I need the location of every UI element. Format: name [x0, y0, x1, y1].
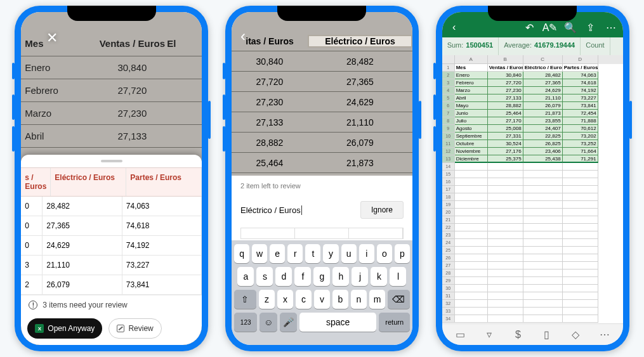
key-m[interactable]: m	[369, 290, 385, 309]
table-row[interactable]: 11Octubre30,52426,82573,252	[442, 140, 623, 148]
key-a[interactable]: a	[237, 267, 254, 286]
key-q[interactable]: q	[234, 244, 249, 263]
key-u[interactable]: u	[341, 244, 357, 263]
table-row[interactable]: 4Marzo27,23024,62974,192	[442, 87, 623, 94]
table-row[interactable]: 18	[442, 193, 623, 201]
key-j[interactable]: j	[352, 267, 368, 286]
table-row[interactable]: 028,48274,063	[21, 197, 202, 216]
more-icon[interactable]: ⋯	[605, 22, 617, 33]
table-row[interactable]: 8Julio27,17023,85571,888	[442, 117, 623, 125]
key-g[interactable]: g	[313, 267, 330, 286]
key-k[interactable]: k	[371, 267, 387, 286]
table-row[interactable]: 31	[442, 292, 623, 300]
key-p[interactable]: p	[395, 244, 410, 263]
key-h[interactable]: h	[332, 267, 349, 286]
table-row[interactable]: 20	[442, 209, 623, 216]
filter-icon[interactable]: ▿	[482, 328, 496, 342]
return-key[interactable]: return	[379, 313, 410, 332]
backspace-key[interactable]: ⌫	[388, 290, 410, 309]
key-c[interactable]: c	[296, 290, 312, 309]
table-row[interactable]: 14	[442, 163, 623, 171]
table-row[interactable]: 12Noviembre27,17623,40671,664	[442, 148, 623, 155]
table-row[interactable]: 21	[442, 216, 623, 224]
key-z[interactable]: z	[259, 290, 275, 309]
close-icon[interactable]: ✕	[46, 30, 58, 46]
table-row[interactable]: 15	[442, 171, 623, 178]
col-header[interactable]: C	[523, 55, 563, 64]
cell-icon[interactable]: ▯	[540, 328, 554, 342]
fill-icon[interactable]: ◇	[568, 328, 582, 342]
space-key[interactable]: space	[299, 313, 376, 332]
share-icon[interactable]: ⇪	[585, 22, 596, 33]
undo-icon[interactable]: ↶	[524, 22, 536, 33]
table-row[interactable]: 33	[442, 308, 623, 315]
table-row[interactable]: 027,36574,618	[21, 216, 202, 236]
key-r[interactable]: r	[287, 244, 303, 263]
ignore-button[interactable]: Ignore	[360, 201, 404, 219]
key-x[interactable]: x	[277, 290, 293, 309]
key-v[interactable]: v	[314, 290, 330, 309]
table-row[interactable]: 2Enero30,84028,48274,063	[442, 72, 623, 79]
table-row[interactable]: 5Abril27,13321,11073,227	[442, 94, 623, 102]
key-s[interactable]: s	[256, 267, 273, 286]
table-row[interactable]: 28	[442, 269, 623, 277]
spreadsheet-grid[interactable]: ABCD 1MesVentas / EurosEléctrico / Euros…	[442, 55, 623, 323]
table-row[interactable]: 25	[442, 247, 623, 254]
col-header[interactable]	[442, 55, 455, 64]
key-w[interactable]: w	[252, 244, 267, 263]
key-o[interactable]: o	[377, 244, 392, 263]
table-row[interactable]: 321,11073,227	[21, 256, 202, 275]
key-i[interactable]: i	[359, 244, 374, 263]
table-row[interactable]: 30	[442, 285, 623, 292]
draw-icon[interactable]: A✎	[544, 22, 556, 33]
table-row[interactable]: 34	[442, 315, 623, 323]
key-e[interactable]: e	[270, 244, 285, 263]
table-row[interactable]: 3Febrero27,72027,36574,618	[442, 79, 623, 87]
col-header[interactable]: D	[563, 55, 598, 64]
table-row[interactable]: 22	[442, 224, 623, 231]
table-row[interactable]: 024,62974,192	[21, 236, 202, 256]
back-icon[interactable]: ‹	[449, 22, 460, 33]
numbers-key[interactable]: 123	[234, 313, 257, 332]
back-icon[interactable]: ‹	[240, 27, 246, 45]
key-t[interactable]: t	[305, 244, 320, 263]
key-d[interactable]: d	[275, 267, 292, 286]
sheets-icon[interactable]: ▭	[453, 328, 467, 342]
table-row[interactable]: 16	[442, 178, 623, 186]
key-n[interactable]: n	[351, 290, 367, 309]
more-icon[interactable]: ⋯	[598, 328, 612, 342]
table-row[interactable]: 32	[442, 300, 623, 308]
key-b[interactable]: b	[332, 290, 348, 309]
table-row[interactable]: 26	[442, 254, 623, 262]
emoji-key[interactable]: ☺	[260, 313, 277, 332]
review-button[interactable]: Review	[108, 318, 161, 339]
open-anyway-button[interactable]: X Open Anyway	[27, 318, 102, 339]
table-row[interactable]: 6Mayo28,88226,07973,841	[442, 102, 623, 110]
key-f[interactable]: f	[294, 267, 311, 286]
table-row[interactable]: 7Junio25,46421,87372,454	[442, 110, 623, 117]
key-l[interactable]: l	[390, 267, 406, 286]
col-header-electrico-selected[interactable]: Eléctrico / Euros	[308, 35, 412, 48]
table-row[interactable]: 17	[442, 186, 623, 193]
table-row[interactable]: 29	[442, 277, 623, 285]
table-row[interactable]: 9Agosto25,00824,40770,612	[442, 125, 623, 133]
table-row[interactable]: 1MesVentas / EurosEléctrico / EurosParte…	[442, 64, 623, 72]
table-row[interactable]: 10Septiembre27,33122,82573,202	[442, 133, 623, 140]
mic-key[interactable]: 🎤	[280, 313, 297, 332]
col-header[interactable]: A	[455, 55, 488, 64]
table-row[interactable]: 226,07973,841	[21, 275, 202, 295]
key-y[interactable]: y	[323, 244, 338, 263]
table-row[interactable]: 23	[442, 231, 623, 239]
keyboard[interactable]: qwertyuiop asdfghjkl ⇧ zxcvbnm ⌫ 123 ☺ 🎤…	[232, 240, 412, 345]
search-icon[interactable]: 🔍	[565, 22, 576, 33]
correction-input[interactable]: Eléctrico / Euros	[240, 205, 302, 215]
table-row[interactable]: 27	[442, 262, 623, 269]
col-header[interactable]: B	[488, 55, 523, 64]
shift-key[interactable]: ⇧	[234, 290, 256, 309]
format-icon[interactable]: $	[511, 328, 525, 342]
table-row[interactable]: 13Diciembre25,37525,43871,291	[442, 155, 623, 163]
suggestion-bar[interactable]	[240, 228, 404, 239]
table-row[interactable]: 24	[442, 239, 623, 247]
drag-handle[interactable]	[101, 160, 122, 162]
table-row[interactable]: 19	[442, 201, 623, 209]
